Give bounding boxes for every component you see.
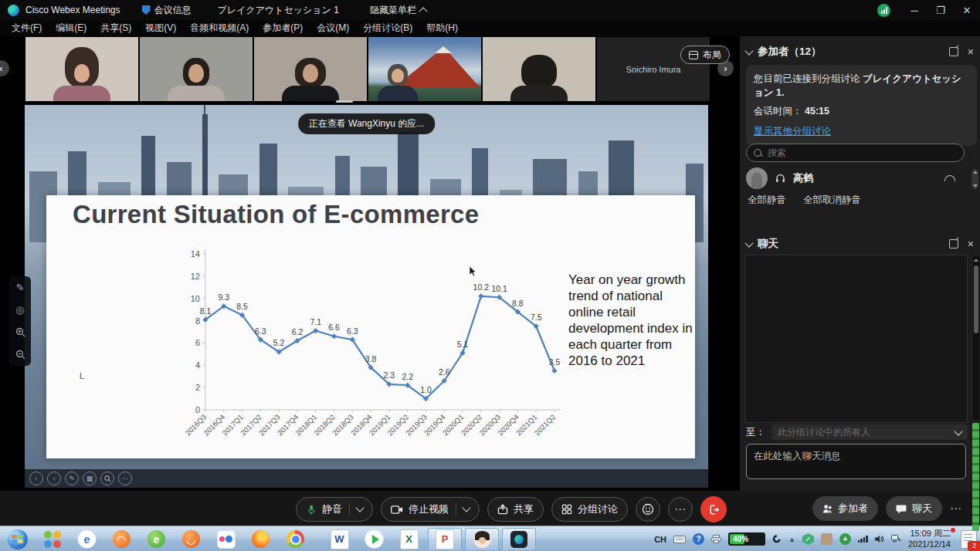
zoom-out-icon[interactable] xyxy=(15,350,25,360)
menu-share[interactable]: 共享(S) xyxy=(93,22,138,35)
sticky-notes-icon[interactable]: 2 xyxy=(961,530,977,549)
taskbar-app-orange-browser[interactable]: ◡ xyxy=(174,530,209,548)
minimize-button[interactable]: ─ xyxy=(901,0,927,20)
start-button[interactable] xyxy=(0,529,35,549)
clock[interactable]: 15:09 周二 2021/12/14 xyxy=(908,529,954,549)
tray-expand-caret[interactable]: ▲ xyxy=(788,536,795,543)
meeting-info-button[interactable]: 会议信息 xyxy=(142,4,192,17)
slide-next-button[interactable]: › xyxy=(47,472,61,485)
taskbar-app-firefox[interactable] xyxy=(243,530,278,548)
video-tile[interactable] xyxy=(140,37,253,101)
video-tile[interactable] xyxy=(254,37,367,101)
slide-grid-button[interactable]: ▦ xyxy=(83,472,97,485)
popout-panel-icon[interactable] xyxy=(949,47,958,56)
chat-scrollbar[interactable] xyxy=(973,256,979,420)
chat-panel-button[interactable]: 聊天 xyxy=(886,496,942,521)
menu-bar: 文件(F) 编辑(E) 共享(S) 视图(V) 音频和视频(A) 参加者(P) … xyxy=(0,20,980,36)
mute-all-button[interactable]: 全部静音 xyxy=(748,194,786,207)
battery-indicator[interactable]: 40% xyxy=(728,532,765,546)
keyboard-icon[interactable] xyxy=(673,536,686,543)
close-panel-icon[interactable]: × xyxy=(968,46,974,57)
video-tile[interactable] xyxy=(483,37,595,101)
taskbar-app-word[interactable]: W xyxy=(322,529,357,549)
scroll-up-arrow-icon[interactable] xyxy=(974,259,978,262)
collapse-chevron-icon[interactable] xyxy=(744,238,753,247)
magnify-button[interactable] xyxy=(100,472,114,485)
menu-meeting[interactable]: 会议(M) xyxy=(310,22,356,35)
close-panel-icon[interactable]: × xyxy=(968,238,974,249)
messenger-icon[interactable]: ✓ xyxy=(802,533,814,545)
laser-pointer-icon[interactable]: ◎ xyxy=(15,305,24,315)
menu-breakout[interactable]: 分组讨论(B) xyxy=(356,22,419,35)
taskbar-app-ie[interactable]: e xyxy=(70,529,104,549)
video-tile[interactable] xyxy=(368,37,481,101)
printer-icon[interactable] xyxy=(711,535,721,543)
taskbar-app-tencent-video[interactable] xyxy=(357,529,392,549)
more-options-button[interactable]: ⋯ xyxy=(668,497,693,522)
participants-header: 参加者（12） × xyxy=(746,44,974,59)
chevron-down-icon[interactable] xyxy=(355,503,364,512)
show-other-breakouts-link[interactable]: 显示其他分组讨论 xyxy=(754,124,831,138)
slide-prev-button[interactable]: ‹ xyxy=(29,472,43,485)
presenter-control-strip: ‹ › ✎ ▦ ⋯ xyxy=(25,469,708,488)
share-button[interactable]: 共享 xyxy=(487,497,544,522)
participant-row[interactable]: 高鹤 xyxy=(746,166,965,191)
input-method-help-icon[interactable]: ? xyxy=(693,533,704,545)
filmstrip-resize-handle[interactable] xyxy=(336,100,353,103)
menu-help[interactable]: 帮助(H) xyxy=(419,22,465,35)
safe-money-icon[interactable]: + xyxy=(839,533,851,545)
taskbar-app-avatar[interactable] xyxy=(465,528,499,551)
app-tray-icon[interactable] xyxy=(821,533,832,545)
taskbar-app-360-browser[interactable]: e xyxy=(139,530,174,548)
camera-icon xyxy=(391,505,403,515)
zoom-in-icon[interactable] xyxy=(15,327,25,337)
connection-quality-icon[interactable] xyxy=(877,4,890,17)
more-panels-button[interactable]: ⋯ xyxy=(950,502,962,516)
network-icon[interactable] xyxy=(891,535,901,543)
filmstrip-scroll-left-button[interactable]: ‹ xyxy=(0,60,9,76)
taskbar-app-excel[interactable]: X xyxy=(392,529,426,549)
reactions-button[interactable] xyxy=(636,497,660,522)
taskbar-app-netdisk[interactable] xyxy=(209,530,243,549)
menu-participants[interactable]: 参加者(P) xyxy=(256,22,310,35)
restore-button[interactable]: ❐ xyxy=(927,0,954,20)
participants-panel-button[interactable]: 参加者 xyxy=(812,496,878,521)
taskbar-app-webex[interactable] xyxy=(502,528,536,551)
stop-video-button[interactable]: 停止视频 xyxy=(381,497,480,522)
hide-menubar-button[interactable]: 隐藏菜单栏 xyxy=(370,4,426,17)
more-tools-button[interactable]: ⋯ xyxy=(118,472,132,485)
menu-edit[interactable]: 编辑(E) xyxy=(49,22,93,35)
mute-button[interactable]: 静音 xyxy=(296,497,373,522)
video-tile[interactable] xyxy=(25,37,138,101)
collapse-chevron-icon[interactable] xyxy=(744,46,753,55)
menu-audio-video[interactable]: 音频和视频(A) xyxy=(183,22,256,35)
breakout-sessions-button[interactable]: 分组讨论 xyxy=(551,497,628,522)
search-input[interactable] xyxy=(766,147,957,159)
pen-tool-button[interactable]: ✎ xyxy=(65,472,79,485)
annotation-toolbar: ✎ ◎ xyxy=(9,276,31,366)
chevron-down-icon[interactable] xyxy=(462,503,470,512)
signal-strength-icon[interactable] xyxy=(858,536,868,543)
taskbar-app-utility[interactable] xyxy=(35,531,70,548)
close-button[interactable]: ✕ xyxy=(954,0,980,20)
participant-search-box[interactable] xyxy=(746,144,965,162)
svg-text:10.1: 10.1 xyxy=(491,284,507,293)
menu-file[interactable]: 文件(F) xyxy=(5,22,49,35)
participant-list-scroller[interactable] xyxy=(972,169,978,189)
scrollbar-thumb[interactable] xyxy=(974,265,978,333)
taskbar-app-sogou-browser[interactable]: ◠ xyxy=(104,530,139,548)
volume-icon[interactable] xyxy=(875,535,884,543)
menu-view[interactable]: 视图(V) xyxy=(138,22,183,35)
recipient-dropdown[interactable]: 此分组讨论中的所有人 xyxy=(771,424,968,440)
annotate-pen-icon[interactable]: ✎ xyxy=(16,282,25,292)
unmute-all-button[interactable]: 全部取消静音 xyxy=(803,194,861,207)
layout-button[interactable]: 布局 xyxy=(680,46,730,64)
svg-text:6.2: 6.2 xyxy=(292,327,303,336)
leave-meeting-button[interactable] xyxy=(700,496,727,522)
chat-message-list[interactable] xyxy=(744,255,968,423)
taskbar-app-chrome[interactable] xyxy=(278,530,313,548)
language-indicator[interactable]: CH xyxy=(654,535,666,544)
popout-panel-icon[interactable] xyxy=(949,239,958,248)
chat-message-input[interactable] xyxy=(746,444,966,479)
taskbar-app-powerpoint[interactable]: P xyxy=(428,528,462,551)
